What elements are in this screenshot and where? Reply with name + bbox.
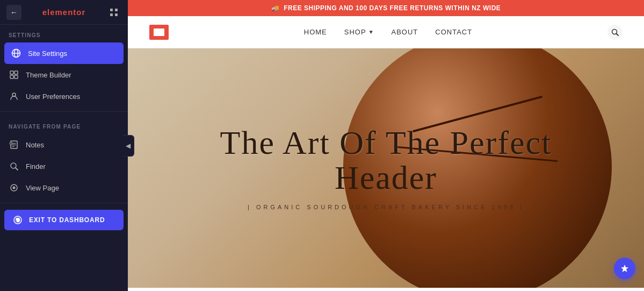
svg-rect-1 (115, 9, 118, 11)
sidebar: ← elementor SETTINGS Site Settings (0, 0, 128, 291)
back-button[interactable]: ← (6, 5, 21, 20)
search-icon[interactable] (607, 25, 623, 40)
sidebar-item-finder[interactable]: Finder (0, 155, 128, 177)
finder-icon (9, 161, 19, 172)
preview-area: 🚚 FREE SHIPPING AND 100 DAYS FREE RETURN… (128, 0, 644, 291)
sidebar-item-user-preferences[interactable]: User Preferences (0, 86, 128, 107)
hero-subtitle: | ORGANIC SOURDOUGH CRAFT BAKERY SINCE 1… (248, 204, 524, 210)
grid-menu-button[interactable] (106, 5, 121, 20)
nav-item-about[interactable]: ABOUT (392, 28, 418, 36)
hero-title-line2: Header (335, 159, 437, 196)
divider-1 (0, 111, 128, 112)
notes-label: Notes (26, 141, 44, 149)
site-header: HOME SHOP ▼ ABOUT CONTACT (128, 16, 644, 48)
theme-builder-label: Theme Builder (26, 71, 71, 79)
logo-inner (154, 29, 164, 36)
elementor-logo: elementor (42, 8, 86, 17)
announcement-bar: 🚚 FREE SHIPPING AND 100 DAYS FREE RETURN… (128, 0, 644, 16)
collapse-handle[interactable]: ◀ (122, 135, 134, 157)
settings-section-label: SETTINGS (0, 25, 128, 42)
svg-rect-7 (10, 71, 13, 74)
exit-label: EXIT TO DASHBOARD (29, 216, 105, 224)
user-preferences-icon (9, 91, 19, 102)
globe-icon (11, 48, 21, 59)
wordpress-icon (13, 215, 23, 225)
site-nav: HOME SHOP ▼ ABOUT CONTACT (304, 28, 472, 36)
svg-point-19 (13, 187, 16, 189)
svg-rect-2 (110, 13, 113, 16)
notes-icon (9, 139, 19, 150)
elementor-fab-button[interactable] (614, 258, 635, 279)
view-page-label: View Page (26, 184, 59, 192)
sidebar-item-notes[interactable]: Notes (0, 134, 128, 155)
svg-rect-8 (15, 71, 18, 74)
divider-2 (0, 203, 128, 203)
user-preferences-label: User Preferences (26, 93, 80, 101)
site-logo (149, 25, 169, 40)
sidebar-item-view-page[interactable]: View Page (0, 177, 128, 198)
hero-subtitle-text: | ORGANIC SOURDOUGH CRAFT BAKERY SINCE 1… (248, 204, 524, 210)
truck-icon: 🚚 (271, 4, 280, 12)
site-settings-label: Site Settings (28, 49, 67, 58)
exit-to-dashboard-button[interactable]: EXIT TO DASHBOARD (4, 210, 124, 230)
svg-rect-0 (110, 9, 113, 11)
svg-point-11 (12, 93, 16, 96)
shop-chevron-icon: ▼ (368, 29, 374, 35)
hero-title-line1: The Art Of The Perfect (220, 126, 552, 159)
svg-rect-10 (15, 75, 18, 79)
sidebar-item-theme-builder[interactable]: Theme Builder (0, 64, 128, 86)
svg-line-17 (16, 168, 18, 170)
hero-content: The Art Of The Perfect Header | ORGANIC … (128, 48, 644, 288)
nav-item-contact[interactable]: CONTACT (435, 28, 472, 36)
sidebar-item-site-settings[interactable]: Site Settings (4, 42, 124, 64)
svg-line-22 (616, 33, 618, 36)
view-page-icon (9, 182, 19, 193)
announcement-text: FREE SHIPPING AND 100 DAYS FREE RETURNS … (284, 4, 501, 12)
hero-section: The Art Of The Perfect Header | ORGANIC … (128, 48, 644, 288)
nav-item-shop[interactable]: SHOP ▼ (344, 28, 374, 36)
svg-rect-9 (10, 75, 13, 79)
navigate-section-label: NAVIGATE FROM PAGE (0, 116, 128, 134)
finder-label: Finder (26, 162, 46, 171)
svg-rect-3 (115, 13, 118, 16)
nav-item-home[interactable]: HOME (304, 28, 327, 36)
theme-builder-icon (9, 69, 19, 80)
sidebar-header: ← elementor (0, 0, 128, 25)
